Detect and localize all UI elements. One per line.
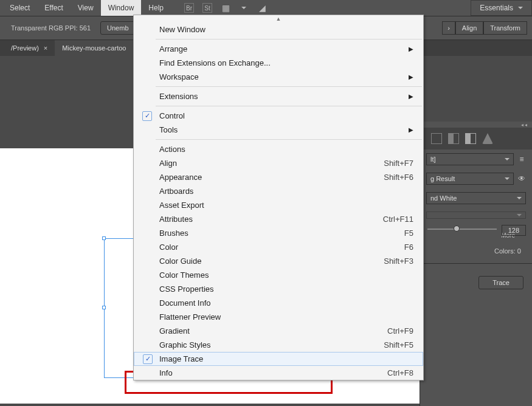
menu-item[interactable]: Color GuideShift+F3 bbox=[134, 254, 423, 268]
selection-handle[interactable] bbox=[102, 236, 106, 240]
tab-label: /Preview) bbox=[11, 40, 39, 56]
unembed-button[interactable]: Unemb bbox=[100, 21, 135, 35]
preset-outline-icon[interactable] bbox=[431, 133, 442, 144]
threshold-value[interactable]: 128 bbox=[502, 225, 526, 236]
menu-separator bbox=[156, 139, 422, 140]
workspace-switcher[interactable]: Essentials bbox=[471, 0, 532, 16]
arrange-docs-icon[interactable]: ▦ bbox=[221, 3, 230, 13]
menu-item[interactable]: Flattener Preview bbox=[134, 310, 423, 324]
menu-item-label: Artboards bbox=[159, 187, 193, 196]
menu-item[interactable]: Actions bbox=[134, 142, 423, 156]
menu-item[interactable]: Extensions▶ bbox=[134, 89, 423, 103]
menu-effect[interactable]: Effect bbox=[37, 0, 70, 16]
menu-item-label: Brushes bbox=[159, 229, 188, 238]
menu-item[interactable]: New Window bbox=[134, 22, 423, 36]
menu-scroll-up[interactable]: ▲ bbox=[134, 15, 423, 22]
menu-item-label: Color bbox=[159, 243, 178, 252]
menu-item[interactable]: ColorF6 bbox=[134, 240, 423, 254]
menu-separator bbox=[156, 86, 422, 87]
submenu-arrow-icon: ▶ bbox=[409, 46, 413, 52]
menu-item[interactable]: CSS Properties bbox=[134, 282, 423, 296]
menu-shortcut: Shift+F5 bbox=[384, 340, 413, 349]
view-select[interactable]: g Result bbox=[426, 173, 514, 185]
menu-item[interactable]: BrushesF5 bbox=[134, 226, 423, 240]
menu-item-label: Graphic Styles bbox=[159, 340, 211, 349]
menu-item[interactable]: AlignShift+F7 bbox=[134, 156, 423, 170]
preset-select[interactable]: lt] bbox=[426, 153, 514, 165]
menu-item-label: Color Guide bbox=[159, 256, 201, 266]
menu-shortcut: F5 bbox=[404, 229, 413, 238]
menu-item-label: Find Extensions on Exchange... bbox=[159, 58, 271, 67]
menu-shortcut: F6 bbox=[404, 243, 413, 252]
menu-view[interactable]: View bbox=[71, 0, 101, 16]
menu-item[interactable]: Graphic StylesShift+F5 bbox=[134, 338, 423, 352]
menu-item[interactable]: Arrange▶ bbox=[134, 42, 423, 56]
menu-help[interactable]: Help bbox=[141, 0, 171, 16]
preset-value: lt] bbox=[430, 156, 436, 163]
mode-select[interactable]: nd White bbox=[426, 192, 526, 204]
threshold-slider[interactable]: 128 bbox=[420, 222, 532, 232]
menu-separator bbox=[156, 39, 422, 40]
preset-bw-icon[interactable] bbox=[448, 133, 459, 144]
menu-item-image-trace[interactable]: ✓Image Trace bbox=[134, 352, 423, 366]
image-trace-panel: ◂◂ lt] ≡ g Result 👁 nd White 128 More Co… bbox=[420, 122, 532, 406]
stock-icon[interactable]: St bbox=[202, 3, 212, 13]
preset-gray-icon[interactable] bbox=[465, 133, 476, 144]
panel-menu-icon[interactable]: ≡ bbox=[517, 155, 526, 163]
menu-item[interactable]: AttributesCtrl+F11 bbox=[134, 212, 423, 226]
colors-readout: Colors: 0 bbox=[420, 243, 532, 260]
menu-item-label: Color Themes bbox=[159, 270, 209, 280]
menu-item[interactable]: AppearanceShift+F6 bbox=[134, 170, 423, 184]
chevron-down-icon bbox=[505, 158, 510, 160]
next-button[interactable]: › bbox=[442, 21, 455, 35]
menu-item-label: Align bbox=[159, 159, 177, 168]
menu-shortcut: Shift+F7 bbox=[384, 159, 413, 168]
chevron-down-icon bbox=[517, 214, 522, 216]
menu-separator bbox=[156, 106, 422, 106]
menu-select[interactable]: Select bbox=[2, 0, 37, 16]
panel-collapse-handle[interactable]: ◂◂ bbox=[420, 122, 532, 128]
menu-item[interactable]: Find Extensions on Exchange... bbox=[134, 56, 423, 70]
menu-item-label: Workspace bbox=[159, 72, 199, 81]
menu-item[interactable]: Document Info bbox=[134, 296, 423, 310]
menu-item[interactable]: Artboards bbox=[134, 184, 423, 198]
menu-item[interactable]: Tools▶ bbox=[134, 123, 423, 137]
menu-item[interactable]: Color Themes bbox=[134, 268, 423, 282]
menu-shortcut: Ctrl+F8 bbox=[387, 368, 413, 377]
trace-button[interactable]: Trace bbox=[478, 276, 523, 289]
menu-item-label: Extensions bbox=[159, 92, 198, 101]
menu-item[interactable]: Workspace▶ bbox=[134, 70, 423, 84]
menu-item-label: New Window bbox=[159, 25, 206, 34]
menu-item[interactable]: InfoCtrl+F8 bbox=[134, 366, 423, 380]
chevron-down-icon[interactable] bbox=[239, 3, 249, 13]
window-menu-dropdown: ▲ New Window Arrange▶ Find Extensions on… bbox=[133, 15, 424, 380]
close-icon[interactable]: × bbox=[44, 40, 47, 56]
view-value: g Result bbox=[430, 175, 455, 182]
chevron-down-icon bbox=[517, 197, 522, 199]
menu-item-label: CSS Properties bbox=[159, 284, 214, 294]
menu-item-control[interactable]: ✓Control bbox=[134, 109, 423, 123]
bridge-icon[interactable]: Br bbox=[184, 3, 194, 13]
eye-icon[interactable]: 👁 bbox=[517, 174, 526, 183]
check-icon: ✓ bbox=[142, 111, 152, 121]
menu-item-label: Control bbox=[159, 111, 185, 120]
menu-item[interactable]: GradientCtrl+F9 bbox=[134, 324, 423, 338]
preset-silhouette-icon[interactable] bbox=[482, 133, 493, 144]
tab-mickey[interactable]: Mickey-mouse-cartoo bbox=[55, 40, 133, 56]
align-button[interactable]: Align bbox=[455, 21, 483, 35]
menu-window[interactable]: Window bbox=[101, 0, 142, 16]
menu-item-label: Asset Export bbox=[159, 201, 204, 210]
slider-thumb[interactable] bbox=[454, 225, 460, 232]
selection-handle[interactable] bbox=[102, 306, 106, 309]
check-icon: ✓ bbox=[143, 354, 153, 364]
menu-item-label: Gradient bbox=[159, 326, 190, 335]
gpu-icon[interactable]: ◢ bbox=[257, 3, 267, 13]
submenu-arrow-icon: ▶ bbox=[409, 74, 413, 80]
tab-preview[interactable]: /Preview) × bbox=[4, 40, 55, 56]
tab-label: Mickey-mouse-cartoo bbox=[62, 40, 126, 56]
menu-shortcut: Ctrl+F11 bbox=[383, 215, 413, 224]
menu-item-label: Actions bbox=[159, 145, 185, 154]
menu-item[interactable]: Asset Export bbox=[134, 198, 423, 212]
menu-item-label: Tools bbox=[159, 125, 178, 134]
transform-button[interactable]: Transform bbox=[483, 21, 527, 35]
